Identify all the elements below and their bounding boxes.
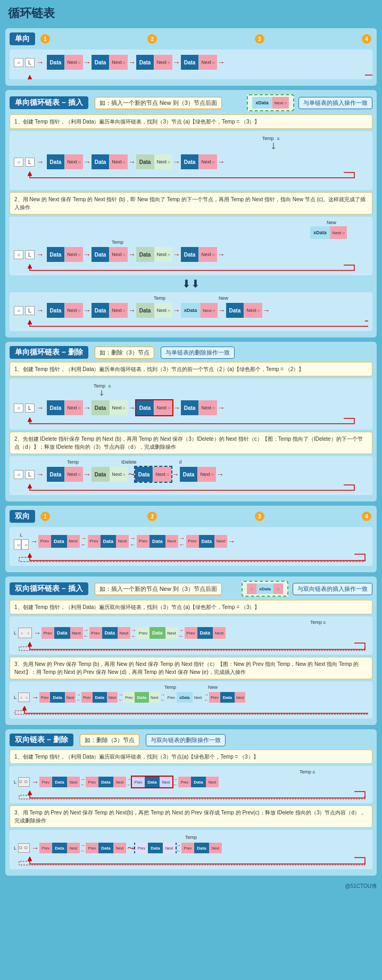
binode-1: Prev Data Next [38,535,80,548]
uni-delete-step2: 2、先创建 IDelete 指针保存 Temp 的 Next (b)，再用 Te… [10,432,372,454]
node-3: Data Next [136,55,172,70]
node-4-next: Next [198,55,217,70]
head-l-1: L [25,158,35,167]
uni-insert-list3: Temp New ○ L → Data Next → Data Next → D… [10,292,372,331]
section-uni-delete: 单向循环链表 – 删除 如：删除（3）节点 与单链表的删除操作一致 1、创建 T… [5,342,377,501]
new-final: New [219,295,228,301]
badge-3: 3 [255,34,264,44]
bi-delete-title: 双向链表 – 删除 [10,734,73,746]
del-node-3-highlight: Data Next [136,400,172,415]
bi-title: 双向 [10,510,35,523]
ins2-node-3-green: Data Next [136,247,172,262]
bi-insert-header: 双向循环链表 – 插入 如：插入一个新的节点 New 到（3）节点后面 ○ xD… [10,581,372,597]
section-bi-insert: 双向循环链表 – 插入 如：插入一个新的节点 New 到（3）节点后面 ○ xD… [5,577,377,725]
del2-idelete: Data Next [135,467,171,482]
head-l: L [25,58,35,67]
bi-del-highlight: Prev Data Next [132,777,172,787]
uni-insert-note-right: 与单链表的插入操作一致 [298,97,372,109]
bi-delete-step1: 1、创建 Temp 指针，（利用 Data）遍历双向循环链表，找到（3）节点(a… [10,750,372,764]
new-label-2: New [327,220,336,225]
arrow-2: → [128,58,136,67]
bi-delete-note: 如：删除（3）节点 [80,734,139,746]
arrow-4: → [218,58,225,67]
temp-final: Temp [154,295,165,301]
uni-delete-list1: Temp a ○ L → Data Next → Data Next [10,378,372,430]
section-unidirectional: 单向 1 2 3 4 ○ L → Data Next → Data Next [5,28,377,86]
circular-arrow-uni [14,71,368,79]
uni-insert-list2: New xData Next Temp ○ L → Data Next → Da… [10,217,372,275]
uni-delete-note-right: 与单链表的删除操作一致 [161,347,235,359]
uni-delete-title: 单向循环链表 – 删除 [10,346,88,359]
footer: @51CTOU博 [0,880,382,893]
uni-insert-nodes-1: ○ L → Data Next → Data Next → Data Next … [14,154,368,169]
uni-delete-header: 单向循环链表 – 删除 如：删除（3）节点 与单链表的删除操作一致 [10,346,372,359]
del2-green: Data Next [92,467,128,482]
ins-node-1: Data Next [47,154,83,169]
ins-final-xdata: xData Next [181,303,218,318]
idelete-label: IDelete [121,459,137,465]
bi-delete-nodes-1: L ○ ○ → Prev Data Next → ← Prev Data Nex… [14,777,368,787]
node-4-data: Data [181,55,199,70]
section-bidirectional: 双向 1 2 3 4 L ○ ○ → Prev Data Nex [5,506,377,572]
uni-delete-nodes-2: ○ L → Data Next → Data Next ⤳ Data Next … [14,467,368,482]
bi-del-final-idelete: Prev Data Next [135,843,176,853]
head-box: ○ [14,58,23,67]
bi-delete-note-right: 与双向链表的删除操作一致 [146,734,226,746]
arrow-3: → [173,58,180,67]
uni-delete-list2: Temp IDelete d ○ L → Data Next → Data Ne… [10,456,372,495]
ins-node-2: Data Next [92,154,128,169]
bi-insert-note: 如：插入一个新的节点 New 到（3）节点后面 [95,583,222,595]
head-node: ○ L → [14,58,45,67]
uni-delete-step1: 1、创建 Temp 指针，（利用 Data）遍历单向循环链表，找到（3）节点的前… [10,362,372,376]
uni-delete-note: 如：删除（3）节点 [95,347,154,359]
badge-1: 1 [40,34,50,44]
bi-insert-note-right: 与双向链表的插入操作一致 [293,583,372,595]
a-label-1: a [277,136,279,141]
h-arrow-1: → [37,158,44,166]
xdata-box: xData Next [247,94,294,111]
node-2-data: Data [92,55,110,70]
node-1-next: Next [64,55,82,70]
del-node-2-green: Data Next [92,400,128,415]
ins-node-3-green: Data Next [136,154,172,169]
xdata-node: xData Next [252,97,289,109]
binode-2: Prev Data Next [88,535,129,548]
bi-delete-list2: Temp L ○ ○ → Prev Data Next → ← Prev [10,830,372,869]
uni-delete-nodes-1: ○ L → Data Next → Data Next → Data Next … [14,400,368,415]
bi-delete-header: 双向链表 – 删除 如：删除（3）节点 与双向链表的删除操作一致 [10,734,372,746]
node-1: Data Next [47,55,83,70]
uni-insert-note: 如：插入一个新的节点 New 到（3）节点后面 [95,97,222,109]
bi-xdata-box: ○ xData ○ [242,581,288,597]
ins-final-green: Data Next [136,303,172,318]
head-2: ○ L → [14,250,45,259]
bi-delete-step2: 3、用 Temp 的 Prev 的 Next 保存 Temp 的 Next(b)… [10,805,372,828]
badge-4: 4 [362,34,371,44]
down-arrow-1: ⬇⬇ [10,277,372,290]
bi-insert-step2: 3、先用 New 的 Prev 保存 Temp (b)，再用 New 的 Nex… [10,657,372,679]
ins2-node-2: Data Next [92,247,128,262]
bi-insert-title: 双向循环链表 – 插入 [10,582,88,595]
section-uni-insert: 单向循环链表 – 插入 如：插入一个新的节点 New 到（3）节点后面 xDat… [5,90,377,337]
arrow-1: → [84,58,91,67]
node-2: Data Next [92,55,128,70]
circ-arrow-insert-1 [14,171,368,179]
bi-ins-green: Prev Data Next [137,627,178,639]
bi-insert-list1: Temp a L ○ ○ → Prev Data Next → ← [10,616,372,655]
head-1: ○ L → [14,158,45,167]
section-header-uni: 单向 1 2 3 4 [10,32,372,45]
uni-insert-step1: 1、创建 Temp 指针，（利用 Data）遍历单向循环链表，找到（3）节点 (… [10,114,372,129]
bi-final-xdata: Prev xData Next [165,692,203,703]
bi-header: 双向 1 2 3 4 [10,510,372,523]
arrow-0: → [37,58,44,67]
bi-delete-final: L ○ ○ → Prev Data Next → ← Prev Data Nex… [14,843,368,853]
uni-insert-nodes-2: ○ L → Data Next → Data Next → Data Next … [14,247,368,262]
node-2-next: Next [109,55,127,70]
head-box-1: ○ [14,158,23,167]
uni-insert-final: ○ L → Data Next → Data Next → Data Next … [14,303,368,318]
xdata-next: Next [272,97,289,109]
ins2-node-1: Data Next [47,247,83,262]
node-4: Data Next [181,55,217,70]
temp-label-2: Temp [112,240,123,245]
uni-insert-step2: 2、用 New 的 Next 保存 Temp 的 Next 指针 (b)，即 N… [10,192,372,215]
ins2-node-4: Data Next [181,247,217,262]
